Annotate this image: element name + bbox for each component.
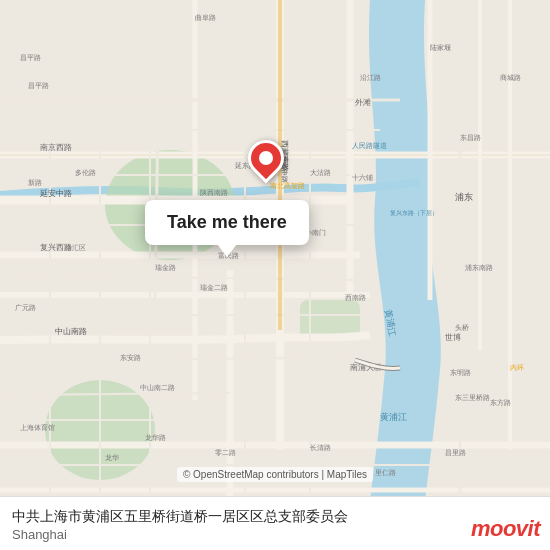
- svg-text:东三里桥路: 东三里桥路: [455, 394, 490, 401]
- svg-text:陕西南路: 陕西南路: [200, 189, 228, 196]
- svg-text:延安中路: 延安中路: [39, 189, 72, 198]
- svg-text:东明路: 东明路: [450, 369, 471, 376]
- location-city: Shanghai: [12, 527, 67, 542]
- map-container: 南京西路 延安中路 复兴西路 西藏南路 人民路隧道 中山南路 黄浦江 南浦大桥 …: [0, 0, 550, 550]
- svg-text:商城路: 商城路: [500, 74, 521, 81]
- svg-text:大沽路: 大沽路: [310, 169, 331, 176]
- svg-text:长清路: 长清路: [310, 444, 331, 451]
- svg-text:里仁路: 里仁路: [375, 469, 396, 476]
- svg-text:浦东: 浦东: [455, 192, 473, 202]
- svg-text:南北高架路: 南北高架路: [270, 182, 305, 189]
- svg-text:复兴东路（下层）: 复兴东路（下层）: [390, 209, 438, 217]
- svg-text:上海体育馆: 上海体育馆: [20, 423, 55, 432]
- svg-text:沿江路: 沿江路: [360, 74, 381, 81]
- svg-text:昌平路: 昌平路: [28, 82, 49, 89]
- moovit-logo-text: moovit: [471, 516, 540, 542]
- moovit-logo: moovit: [471, 516, 540, 542]
- svg-text:东方路: 东方路: [490, 399, 511, 406]
- svg-text:瑞金二路: 瑞金二路: [200, 284, 228, 291]
- svg-text:广元路: 广元路: [15, 304, 36, 311]
- svg-text:人民路隧道: 人民路隧道: [352, 142, 387, 150]
- svg-text:内环: 内环: [510, 364, 524, 371]
- copyright-notice: © OpenStreetMap contributors | MapTiles: [177, 467, 373, 482]
- svg-text:徐汇区: 徐汇区: [65, 244, 86, 251]
- svg-text:多伦路: 多伦路: [75, 169, 96, 176]
- svg-text:浦东南路: 浦东南路: [465, 264, 493, 271]
- svg-text:东昌路: 东昌路: [460, 134, 481, 141]
- svg-text:外滩: 外滩: [355, 98, 371, 107]
- svg-text:昌平路: 昌平路: [20, 54, 41, 61]
- svg-text:零二路: 零二路: [215, 449, 236, 457]
- svg-text:瑞金路: 瑞金路: [155, 264, 176, 271]
- svg-text:东安路: 东安路: [120, 354, 141, 361]
- svg-text:西南路: 西南路: [345, 294, 366, 301]
- svg-text:龙华: 龙华: [105, 454, 119, 461]
- svg-text:十六铺: 十六铺: [352, 174, 373, 181]
- map-pin: [248, 140, 284, 176]
- svg-text:中山南路: 中山南路: [55, 327, 87, 336]
- svg-text:头桥: 头桥: [455, 324, 469, 331]
- svg-text:中山南二路: 中山南二路: [140, 384, 175, 391]
- svg-text:新路: 新路: [28, 179, 42, 186]
- callout-button[interactable]: Take me there: [145, 200, 309, 245]
- location-name: 中共上海市黄浦区五里桥街道桥一居区区总支部委员会: [12, 507, 538, 527]
- svg-text:曲阜路: 曲阜路: [195, 14, 216, 21]
- bottom-bar: 中共上海市黄浦区五里桥街道桥一居区区总支部委员会 Shanghai moovit: [0, 496, 550, 550]
- callout-label: Take me there: [167, 212, 287, 232]
- svg-text:世博: 世博: [445, 333, 461, 342]
- svg-text:龙华路: 龙华路: [145, 434, 166, 441]
- svg-text:陆家堰: 陆家堰: [430, 44, 451, 52]
- svg-text:南京西路: 南京西路: [40, 143, 72, 152]
- svg-text:昌里路: 昌里路: [445, 449, 466, 456]
- svg-text:黄浦江: 黄浦江: [380, 412, 407, 422]
